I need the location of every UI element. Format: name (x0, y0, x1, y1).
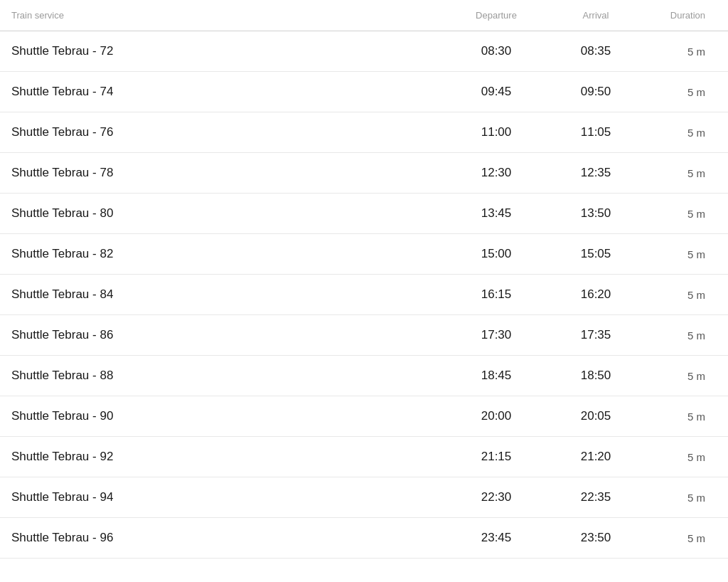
departure-time: 15:00 (446, 247, 546, 261)
duration-value: 5 m (646, 86, 717, 98)
table-row: Shuttle Tebrau - 74 09:45 09:50 5 m (0, 72, 728, 112)
duration-value: 5 m (646, 289, 717, 301)
service-name: Shuttle Tebrau - 96 (11, 531, 446, 545)
header-service: Train service (11, 10, 446, 21)
departure-time: 16:15 (446, 287, 546, 302)
duration-value: 5 m (646, 329, 717, 342)
table-row: Shuttle Tebrau - 78 12:30 12:35 5 m (0, 153, 728, 194)
departure-time: 23:45 (446, 531, 546, 545)
header-arrival: Arrival (546, 10, 646, 21)
service-name: Shuttle Tebrau - 74 (11, 85, 446, 99)
table-row: Shuttle Tebrau - 82 15:00 15:05 5 m (0, 234, 728, 275)
service-name: Shuttle Tebrau - 88 (11, 369, 446, 383)
duration-value: 5 m (646, 411, 717, 423)
table-row: Shuttle Tebrau - 94 22:30 22:35 5 m (0, 477, 728, 518)
arrival-time: 15:05 (546, 247, 646, 261)
service-name: Shuttle Tebrau - 76 (11, 125, 446, 139)
arrival-time: 12:35 (546, 166, 646, 180)
duration-value: 5 m (646, 532, 717, 544)
duration-value: 5 m (646, 127, 717, 139)
departure-time: 09:45 (446, 85, 546, 99)
departure-time: 18:45 (446, 369, 546, 383)
table-row: Shuttle Tebrau - 88 18:45 18:50 5 m (0, 356, 728, 396)
arrival-time: 17:35 (546, 328, 646, 342)
arrival-time: 13:50 (546, 206, 646, 221)
departure-time: 21:15 (446, 450, 546, 464)
duration-value: 5 m (646, 208, 717, 220)
arrival-time: 22:35 (546, 490, 646, 504)
header-duration: Duration (646, 10, 717, 21)
arrival-time: 23:50 (546, 531, 646, 545)
service-name: Shuttle Tebrau - 86 (11, 328, 446, 342)
table-row: Shuttle Tebrau - 90 20:00 20:05 5 m (0, 396, 728, 437)
departure-time: 12:30 (446, 166, 546, 180)
table-row: Shuttle Tebrau - 86 17:30 17:35 5 m (0, 315, 728, 356)
duration-value: 5 m (646, 451, 717, 463)
arrival-time: 16:20 (546, 287, 646, 302)
duration-value: 5 m (646, 370, 717, 382)
table-row: Shuttle Tebrau - 72 08:30 08:35 5 m (0, 31, 728, 72)
departure-time: 20:00 (446, 409, 546, 423)
service-name: Shuttle Tebrau - 94 (11, 490, 446, 504)
train-schedule-table: Train service Departure Arrival Duration… (0, 0, 728, 582)
arrival-time: 20:05 (546, 409, 646, 423)
table-body: Shuttle Tebrau - 72 08:30 08:35 5 m Shut… (0, 31, 728, 559)
table-row: Shuttle Tebrau - 76 11:00 11:05 5 m (0, 112, 728, 153)
duration-value: 5 m (646, 492, 717, 504)
table-header: Train service Departure Arrival Duration (0, 0, 728, 31)
service-name: Shuttle Tebrau - 82 (11, 247, 446, 261)
departure-time: 11:00 (446, 125, 546, 139)
service-name: Shuttle Tebrau - 72 (11, 44, 446, 58)
arrival-time: 11:05 (546, 125, 646, 139)
arrival-time: 08:35 (546, 44, 646, 58)
table-row: Shuttle Tebrau - 80 13:45 13:50 5 m (0, 194, 728, 234)
departure-time: 17:30 (446, 328, 546, 342)
service-name: Shuttle Tebrau - 84 (11, 287, 446, 302)
service-name: Shuttle Tebrau - 80 (11, 206, 446, 221)
table-row: Shuttle Tebrau - 92 21:15 21:20 5 m (0, 437, 728, 477)
departure-time: 08:30 (446, 44, 546, 58)
arrival-time: 18:50 (546, 369, 646, 383)
header-departure: Departure (446, 10, 546, 21)
arrival-time: 09:50 (546, 85, 646, 99)
departure-time: 22:30 (446, 490, 546, 504)
service-name: Shuttle Tebrau - 90 (11, 409, 446, 423)
service-name: Shuttle Tebrau - 78 (11, 166, 446, 180)
duration-value: 5 m (646, 46, 717, 58)
table-row: Shuttle Tebrau - 96 23:45 23:50 5 m (0, 518, 728, 559)
departure-time: 13:45 (446, 206, 546, 221)
duration-value: 5 m (646, 167, 717, 179)
service-name: Shuttle Tebrau - 92 (11, 450, 446, 464)
arrival-time: 21:20 (546, 450, 646, 464)
table-row: Shuttle Tebrau - 84 16:15 16:20 5 m (0, 275, 728, 315)
duration-value: 5 m (646, 248, 717, 260)
